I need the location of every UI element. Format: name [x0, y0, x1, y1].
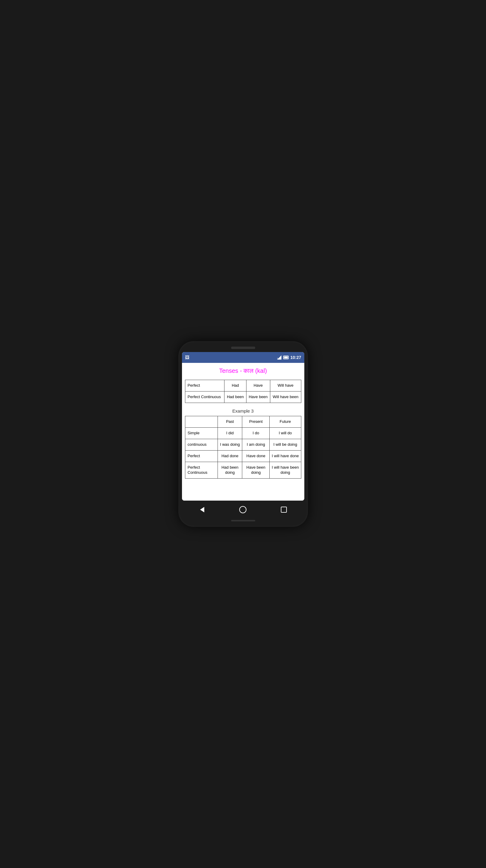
status-bar: 🖼 10:27 — [182, 352, 304, 363]
status-bar-right: 10:27 — [277, 355, 301, 360]
recents-button[interactable] — [279, 504, 289, 515]
chin-line — [231, 520, 255, 521]
cell-continuous-future: I will be doing — [270, 439, 301, 451]
page-title: Tenses - काल (kal) — [185, 367, 301, 374]
cell-row2-col1: Perfect Continuous — [185, 392, 224, 403]
notification-icon: 🖼 — [185, 355, 189, 360]
cell-row2-col2: Had been — [224, 392, 246, 403]
header-col0 — [185, 416, 218, 428]
phone-device: 🖼 10:27 Tenses - काल (kal) — [179, 341, 308, 527]
cell-simple-label: Simple — [185, 428, 218, 439]
signal-icon — [277, 355, 282, 360]
table-row: Perfect Had done Have done I will have d… — [185, 450, 301, 462]
header-col2: Present — [242, 416, 270, 428]
cell-perfcont-future: I will have been doing — [270, 462, 301, 478]
phone-speaker — [231, 347, 255, 349]
bottom-nav — [182, 501, 304, 518]
home-circle-icon — [239, 506, 247, 513]
tense-table-1: Perfect Had Have Will have Perfect Conti… — [185, 380, 301, 403]
battery-fill — [284, 356, 288, 358]
header-col3: Future — [270, 416, 301, 428]
cell-simple-future: I will do — [270, 428, 301, 439]
cell-simple-past: I did — [218, 428, 242, 439]
status-bar-left: 🖼 — [185, 355, 189, 360]
cell-continuous-label: continuous — [185, 439, 218, 451]
cell-row2-col3: Have been — [246, 392, 270, 403]
cell-continuous-past: I was doing — [218, 439, 242, 451]
table-row: Perfect Had Have Will have — [185, 380, 301, 392]
recents-square-icon — [281, 507, 287, 513]
back-icon — [199, 506, 205, 513]
bottom-spacer — [185, 484, 301, 496]
table-row: Perfect Continuous Had been doing Have b… — [185, 462, 301, 478]
cell-row1-col1: Perfect — [185, 380, 224, 392]
back-button[interactable] — [197, 504, 207, 515]
cell-row1-col3: Have — [246, 380, 270, 392]
cell-perfect-future: I will have done — [270, 450, 301, 462]
cell-continuous-present: I am doing — [242, 439, 270, 451]
example3-table: Past Present Future Simple I did I do I … — [185, 416, 301, 478]
cell-perfcont-label: Perfect Continuous — [185, 462, 218, 478]
svg-marker-2 — [200, 507, 204, 513]
table-row: Perfect Continuous Had been Have been Wi… — [185, 392, 301, 403]
table-row: continuous I was doing I am doing I will… — [185, 439, 301, 451]
app-content: Tenses - काल (kal) Perfect Had Have Will… — [182, 363, 304, 500]
home-button[interactable] — [237, 504, 248, 515]
cell-perfcont-present: Have been doing — [242, 462, 270, 478]
clock-display: 10:27 — [290, 355, 301, 360]
table-header-row: Past Present Future — [185, 416, 301, 428]
example3-label: Example 3 — [185, 408, 301, 413]
cell-perfect-past: Had done — [218, 450, 242, 462]
phone-top-bar — [182, 347, 304, 349]
cell-perfect-label: Perfect — [185, 450, 218, 462]
battery-icon — [283, 355, 289, 359]
cell-row2-col4: Will have been — [270, 392, 301, 403]
cell-row1-col4: Will have — [270, 380, 301, 392]
header-col1: Past — [218, 416, 242, 428]
cell-simple-present: I do — [242, 428, 270, 439]
phone-screen: 🖼 10:27 Tenses - काल (kal) — [182, 352, 304, 500]
table-row: Simple I did I do I will do — [185, 428, 301, 439]
cell-row1-col2: Had — [224, 380, 246, 392]
phone-chin — [182, 520, 304, 521]
cell-perfcont-past: Had been doing — [218, 462, 242, 478]
cell-perfect-present: Have done — [242, 450, 270, 462]
